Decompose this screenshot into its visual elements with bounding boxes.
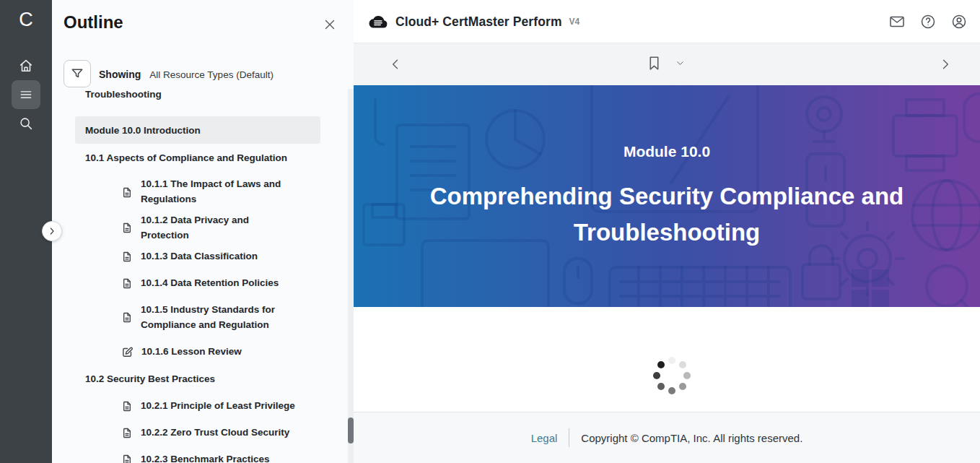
outline-item-label: 10.1.2 Data Privacy and Protection xyxy=(141,213,299,243)
outline-panel-title: Outline xyxy=(64,12,123,33)
outline-item-10-1-1[interactable]: 10.1.1 The Impact of Laws and Regulation… xyxy=(52,171,346,213)
spinner-dot xyxy=(668,387,675,394)
help-button[interactable] xyxy=(919,12,937,31)
home-icon xyxy=(18,58,34,74)
chevron-left-icon xyxy=(388,57,403,72)
document-icon xyxy=(121,427,133,439)
outline-item-10-1-6[interactable]: 10.1.6 Lesson Review xyxy=(52,339,346,365)
product-title: Cloud+ CertMaster Perform xyxy=(395,14,562,30)
outline-item-module-intro[interactable]: Module 10.0 Introduction xyxy=(75,116,320,144)
chevron-right-icon xyxy=(46,225,58,237)
outline-item-10-1-2[interactable]: 10.1.2 Data Privacy and Protection xyxy=(52,213,346,243)
document-icon xyxy=(121,400,133,412)
outline-scrollbar-thumb[interactable] xyxy=(348,417,354,443)
footer: Legal Copyright © CompTIA, Inc. All righ… xyxy=(354,412,980,463)
outline-item-10-1-5[interactable]: 10.1.5 Industry Standards for Compliance… xyxy=(52,297,346,339)
outline-item-label: Troubleshooting xyxy=(85,89,162,100)
lesson-content-area xyxy=(354,307,980,412)
home-button[interactable] xyxy=(12,51,40,80)
copyright-text: Copyright © CompTIA, Inc. All rights res… xyxy=(581,432,802,444)
outline-item-10-2-3[interactable]: 10.2.3 Benchmark Practices xyxy=(52,446,346,463)
product-version: V4 xyxy=(569,17,580,27)
outline-item-10-1-4[interactable]: 10.1.4 Data Retention Policies xyxy=(52,270,346,297)
document-icon xyxy=(121,277,133,290)
outline-item-label: 10.1.5 Industry Standards for Compliance… xyxy=(141,303,299,333)
outline-item-label: 10.1.3 Data Classification xyxy=(141,249,258,264)
outline-item-label: 10.1.4 Data Retention Policies xyxy=(141,276,279,291)
outline-scrollbar-track[interactable] xyxy=(348,89,354,463)
outline-close-button[interactable] xyxy=(320,15,339,34)
chevron-down-icon xyxy=(675,58,686,69)
filter-funnel-icon xyxy=(70,66,84,81)
outline-panel: Outline Showing All Resource Types (Defa… xyxy=(52,0,354,463)
document-icon xyxy=(121,251,133,263)
help-icon xyxy=(919,13,937,30)
outline-item-label: 10.2 Security Best Practices xyxy=(85,373,215,384)
edit-icon xyxy=(121,346,134,358)
main-area: Cloud+ CertMaster Perform V4 xyxy=(354,0,980,463)
footer-divider xyxy=(569,428,569,447)
lesson-nav-bar xyxy=(354,43,980,85)
spinner-dot xyxy=(653,372,660,379)
chevron-right-icon xyxy=(938,57,953,72)
outline-item-label: 10.1.1 The Impact of Laws and Regulation… xyxy=(141,177,299,207)
legal-link[interactable]: Legal xyxy=(531,432,558,444)
panel-collapse-toggle[interactable] xyxy=(42,221,62,241)
module-title: Comprehending Security Compliance and Tr… xyxy=(407,178,927,251)
outline-item-label: 10.2.1 Principle of Least Privilege xyxy=(141,399,295,414)
mail-icon xyxy=(888,13,906,30)
spinner-dot xyxy=(679,383,686,390)
user-icon xyxy=(950,13,968,30)
document-icon xyxy=(121,186,133,199)
bookmark-icon xyxy=(645,54,663,72)
next-page-button[interactable] xyxy=(937,56,954,73)
filter-selected-value: All Resource Types (Default) xyxy=(149,69,274,80)
outline-item-label: 10.1.6 Lesson Review xyxy=(141,345,242,360)
module-number-label: Module 10.0 xyxy=(354,143,980,160)
outline-item-label: 10.1 Aspects of Compliance and Regulatio… xyxy=(85,152,287,163)
outline-section-10-2[interactable]: 10.2 Security Best Practices xyxy=(52,365,346,393)
outline-item-10-2-1[interactable]: 10.2.1 Principle of Least Privilege xyxy=(52,393,346,420)
spinner-dot xyxy=(668,357,675,364)
outline-list: Troubleshooting Module 10.0 Introduction… xyxy=(52,89,346,463)
close-icon xyxy=(322,17,338,33)
outline-menu-button[interactable] xyxy=(12,80,40,109)
outline-item-label: 10.2.2 Zero Trust Cloud Security xyxy=(141,425,289,441)
document-icon xyxy=(121,222,133,234)
search-icon xyxy=(18,116,34,131)
hamburger-icon xyxy=(19,87,33,102)
outline-item-10-2-2[interactable]: 10.2.2 Zero Trust Cloud Security xyxy=(52,420,346,446)
spinner-dot xyxy=(657,361,665,368)
outline-section-10-1[interactable]: 10.1 Aspects of Compliance and Regulatio… xyxy=(52,144,346,171)
search-button[interactable] xyxy=(12,109,40,138)
previous-page-button[interactable] xyxy=(387,56,404,73)
spinner-dot xyxy=(657,383,665,390)
outline-item-10-1-3[interactable]: 10.1.3 Data Classification xyxy=(52,243,346,270)
account-button[interactable] xyxy=(950,12,968,31)
module-hero-banner: Module 10.0 Comprehending Security Compl… xyxy=(354,85,980,307)
spinner-dot xyxy=(679,361,686,368)
cloud-logo-icon xyxy=(368,14,388,30)
filter-status: Showing All Resource Types (Default) xyxy=(99,69,274,80)
outline-item-label: Module 10.0 Introduction xyxy=(85,125,201,136)
outline-item-clipped[interactable]: Troubleshooting xyxy=(52,89,346,100)
filter-button[interactable] xyxy=(64,60,91,87)
bookmark-dropdown[interactable] xyxy=(645,54,686,72)
app-header: Cloud+ CertMaster Perform V4 xyxy=(354,0,980,43)
outline-item-label: 10.2.3 Benchmark Practices xyxy=(141,452,270,463)
filter-showing-label: Showing xyxy=(99,69,141,80)
header-actions xyxy=(888,0,968,43)
document-icon xyxy=(121,311,133,324)
messages-button[interactable] xyxy=(888,12,906,31)
brand: Cloud+ CertMaster Perform V4 xyxy=(368,0,579,43)
document-icon xyxy=(121,454,133,463)
comptia-logo[interactable]: C xyxy=(0,9,52,30)
spinner-dot xyxy=(683,372,691,379)
